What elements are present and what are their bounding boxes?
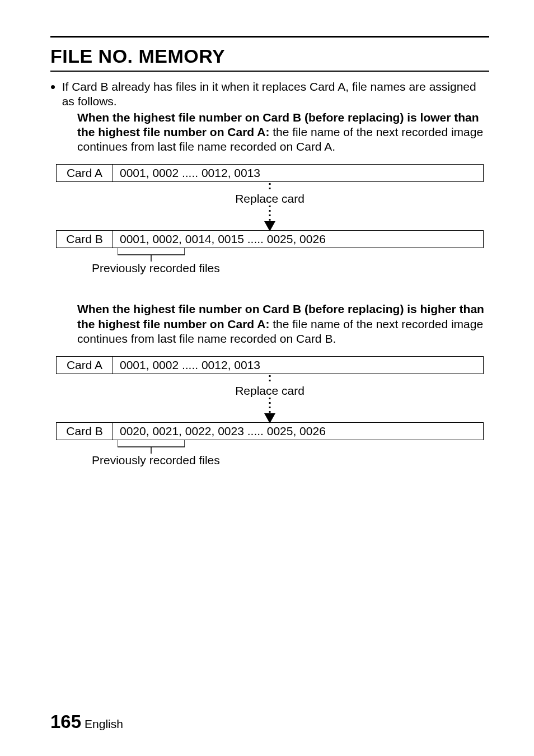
svg-marker-7	[264, 413, 275, 423]
footer-language: English	[85, 717, 123, 730]
table-row: Card A 0001, 0002 ..... 0012, 0013	[57, 357, 484, 374]
bullet-icon: •	[50, 81, 58, 111]
bullet-text: If Card B already has files in it when i…	[62, 80, 489, 109]
case2-cardA-table: Card A 0001, 0002 ..... 0012, 0013	[56, 356, 484, 374]
case1-cardA-table: Card A 0001, 0002 ..... 0012, 0013	[56, 164, 484, 182]
case1-paragraph: When the highest file number on Card B (…	[77, 110, 489, 155]
case2-prev-label: Previously recorded files	[92, 454, 220, 467]
table-row: Card B 0001, 0002, 0014, 0015 ..... 0025…	[57, 231, 484, 248]
bullet-paragraph: • If Card B already has files in it when…	[50, 80, 489, 109]
bracket-icon	[118, 248, 185, 262]
case1-cardB-label: Card B	[57, 231, 113, 248]
case1-prev-block: Previously recorded files	[56, 248, 484, 282]
page-title: FILE NO. MEMORY	[50, 45, 489, 67]
case2-replace-block: Replace card	[56, 374, 484, 422]
case1-replace-label: Replace card	[232, 192, 308, 206]
top-rule	[50, 36, 489, 38]
case2-prev-block: Previously recorded files	[56, 440, 484, 474]
title-underline	[50, 71, 489, 72]
case1-cardA-label: Card A	[57, 165, 113, 182]
bracket-icon	[118, 440, 185, 454]
case1-prev-label: Previously recorded files	[92, 262, 220, 275]
case2-replace-label: Replace card	[232, 384, 308, 398]
svg-marker-1	[264, 221, 275, 231]
case2-cardB-table: Card B 0020, 0021, 0022, 0023 ..... 0025…	[56, 422, 484, 440]
case1-replace-block: Replace card	[56, 182, 484, 230]
case2-paragraph: When the highest file number on Card B (…	[77, 302, 489, 346]
case1-cardB-values: 0001, 0002, 0014, 0015 ..... 0025, 0026	[113, 231, 484, 248]
page-number: 165	[50, 711, 81, 732]
table-row: Card A 0001, 0002 ..... 0012, 0013	[57, 165, 484, 182]
page-footer: 165English	[50, 711, 123, 732]
case2-cardA-label: Card A	[57, 357, 113, 374]
table-row: Card B 0020, 0021, 0022, 0023 ..... 0025…	[57, 423, 484, 440]
case1-cardA-values: 0001, 0002 ..... 0012, 0013	[113, 165, 484, 182]
case2-cardB-label: Card B	[57, 423, 113, 440]
down-arrow-icon	[264, 375, 275, 423]
case2-cardA-values: 0001, 0002 ..... 0012, 0013	[113, 357, 484, 374]
case2-cardB-values: 0020, 0021, 0022, 0023 ..... 0025, 0026	[113, 423, 484, 440]
case1-cardB-table: Card B 0001, 0002, 0014, 0015 ..... 0025…	[56, 230, 484, 248]
down-arrow-icon	[264, 183, 275, 231]
